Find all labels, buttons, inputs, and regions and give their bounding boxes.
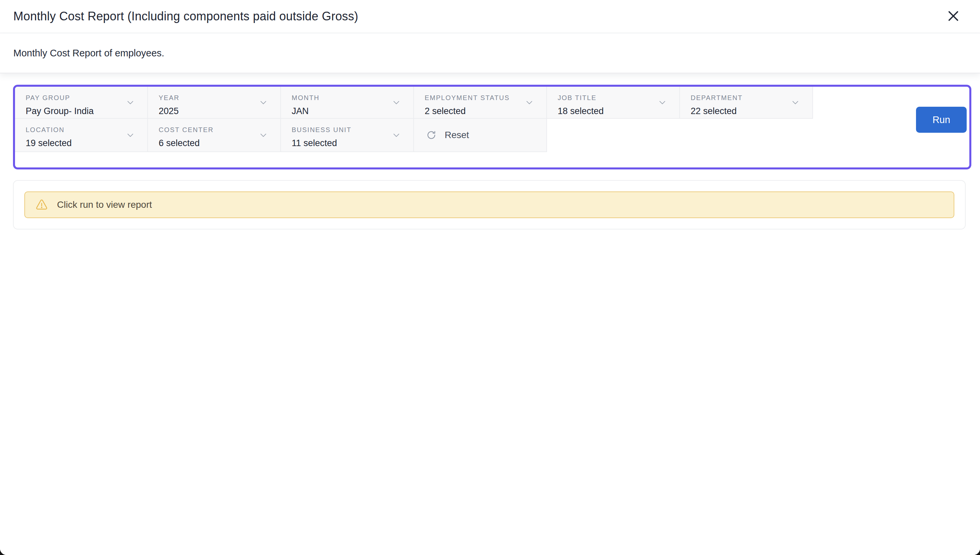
refresh-icon (426, 130, 436, 140)
filter-row-1: PAY GROUP Pay Group- India YEAR 2025 MON… (15, 87, 969, 119)
chevron-down-icon (125, 98, 135, 107)
filter-pay-group[interactable]: PAY GROUP Pay Group- India (15, 87, 148, 119)
chevron-down-icon (258, 130, 269, 140)
filter-cost-center[interactable]: COST CENTER 6 selected (148, 119, 281, 152)
x-icon (947, 10, 960, 23)
filter-year[interactable]: YEAR 2025 (148, 87, 281, 119)
close-button[interactable] (943, 6, 963, 26)
filter-department[interactable]: DEPARTMENT 22 selected (680, 87, 813, 119)
filter-row-2: LOCATION 19 selected COST CENTER 6 selec… (15, 119, 969, 152)
filter-value: 22 selected (691, 106, 812, 116)
filter-panel: PAY GROUP Pay Group- India YEAR 2025 MON… (13, 85, 971, 169)
modal-body: PAY GROUP Pay Group- India YEAR 2025 MON… (0, 73, 980, 555)
modal-description-bar: Monthly Cost Report of employees. (0, 34, 980, 73)
modal-subtitle: Monthly Cost Report of employees. (13, 48, 164, 59)
filter-value: 2 selected (425, 106, 546, 116)
reset-button[interactable]: Reset (414, 119, 547, 152)
filter-value: Pay Group- India (26, 106, 147, 116)
run-button[interactable]: Run (916, 107, 967, 133)
warning-message: Click run to view report (57, 199, 152, 210)
report-area: Click run to view report (13, 180, 966, 229)
monthly-cost-report-modal: Monthly Cost Report (Including component… (0, 0, 980, 555)
filter-value: 2025 (159, 106, 280, 116)
filter-employment-status[interactable]: EMPLOYMENT STATUS 2 selected (414, 87, 547, 119)
chevron-down-icon (391, 130, 401, 140)
chevron-down-icon (657, 98, 667, 107)
filter-value: JAN (292, 106, 413, 116)
chevron-down-icon (790, 98, 800, 107)
chevron-down-icon (391, 98, 401, 107)
filter-business-unit[interactable]: BUSINESS UNIT 11 selected (281, 119, 414, 152)
chevron-down-icon (524, 98, 534, 107)
filter-job-title[interactable]: JOB TITLE 18 selected (547, 87, 680, 119)
warning-triangle-icon (35, 199, 48, 211)
chevron-down-icon (125, 130, 135, 140)
modal-header: Monthly Cost Report (Including component… (0, 0, 980, 34)
warning-banner: Click run to view report (24, 191, 954, 218)
reset-label: Reset (444, 130, 469, 140)
chevron-down-icon (258, 98, 269, 107)
filter-value: 18 selected (558, 106, 679, 116)
filter-location[interactable]: LOCATION 19 selected (15, 119, 148, 152)
modal-title: Monthly Cost Report (Including component… (13, 9, 358, 23)
filter-month[interactable]: MONTH JAN (281, 87, 414, 119)
